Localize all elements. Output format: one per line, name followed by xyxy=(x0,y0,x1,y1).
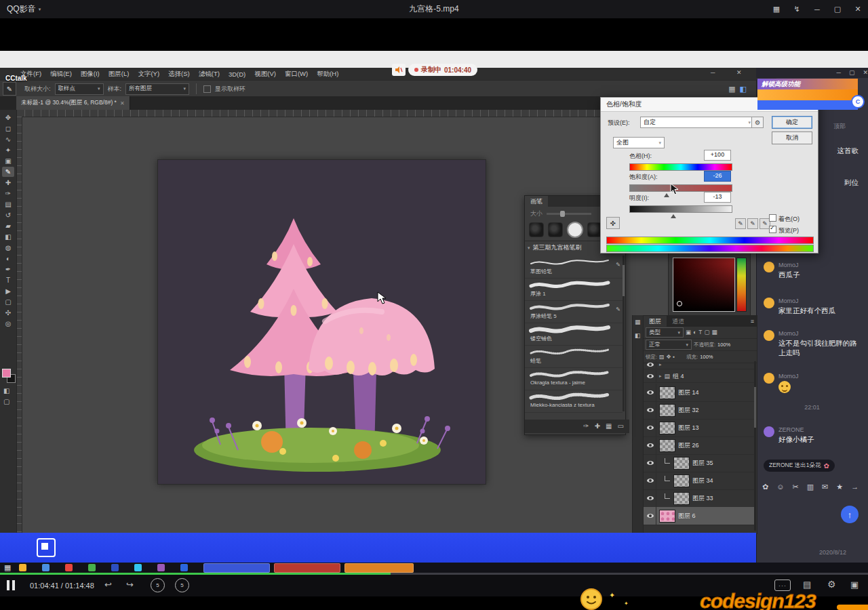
taskbar-app-icon[interactable] xyxy=(88,564,96,571)
filter-type-dropdown[interactable]: 类型▾ xyxy=(646,327,684,338)
next-button[interactable]: ↪ xyxy=(126,580,134,590)
visibility-toggle[interactable] xyxy=(645,384,656,401)
layer-row-selected[interactable]: 图层 6 xyxy=(644,507,755,525)
fill-value[interactable]: 100% xyxy=(700,354,713,360)
brush-item[interactable]: 厚涂蜡笔 5 ✎ xyxy=(525,300,623,323)
taskbar-app-icon[interactable] xyxy=(134,564,142,571)
layer-thumbnail[interactable] xyxy=(659,510,675,523)
minimize-icon[interactable]: ─ xyxy=(837,70,841,76)
quick-mask-icon[interactable]: ◧ xyxy=(3,388,9,394)
dock-panel-icon[interactable]: ◧ xyxy=(635,333,641,339)
brush-item[interactable]: 镂空铺色 xyxy=(525,323,623,346)
saturation-value[interactable]: -26 xyxy=(704,171,731,182)
brush-item[interactable]: Miekko-kanciasta z textura xyxy=(525,390,623,413)
layer-thumbnail[interactable] xyxy=(659,386,675,399)
blend-mode-dropdown[interactable]: 正常▾ xyxy=(646,340,692,350)
layer-row[interactable]: 图层 13 xyxy=(644,419,755,437)
shape-tool[interactable]: ▢ xyxy=(2,297,14,307)
tab-channels[interactable]: 通道 xyxy=(667,316,690,327)
taskbar-app-icon[interactable] xyxy=(42,564,50,571)
visibility-toggle[interactable] xyxy=(645,454,656,472)
menu-help[interactable]: 帮助(H) xyxy=(317,70,338,79)
menu-type[interactable]: 文字(Y) xyxy=(138,70,159,79)
saturation-slider-marker[interactable] xyxy=(664,190,669,197)
pen-tool[interactable]: ✒ xyxy=(2,264,14,274)
avatar[interactable] xyxy=(764,262,774,272)
checkbox-icon[interactable] xyxy=(769,214,776,222)
layer-row[interactable]: 图层 32 xyxy=(644,401,755,420)
banner-blue-button[interactable] xyxy=(757,100,858,110)
screen-mode-icon[interactable]: ▢ xyxy=(3,399,9,405)
flower-icon[interactable]: ✿ xyxy=(762,483,768,491)
filter-adjustment-icon[interactable]: ◐ xyxy=(693,329,696,336)
menu-3d[interactable]: 3D(D) xyxy=(229,70,245,78)
lightness-slider[interactable] xyxy=(629,205,732,213)
menu-image[interactable]: 图像(I) xyxy=(81,70,100,79)
workspace-switch-icon[interactable]: ◧ xyxy=(740,85,747,93)
menu-layer[interactable]: 图层(L) xyxy=(108,70,130,79)
visibility-toggle[interactable] xyxy=(645,419,656,436)
layer-thumbnail[interactable] xyxy=(673,474,690,487)
playlist-icon[interactable]: ▤ xyxy=(803,580,811,590)
forward-5-button[interactable]: 5 xyxy=(175,578,189,592)
lightness-slider-marker[interactable] xyxy=(671,211,676,218)
edit-brush-icon[interactable]: ✎ xyxy=(616,262,620,268)
dock-panel-icon[interactable]: ▦ xyxy=(635,319,641,325)
lock-transparency-icon[interactable]: ▨ xyxy=(659,354,665,360)
scrollbar-thumb[interactable] xyxy=(623,265,625,296)
visibility-toggle[interactable] xyxy=(645,489,656,507)
brush-tip-icon[interactable] xyxy=(529,222,544,237)
layer-thumbnail[interactable] xyxy=(659,422,675,434)
taskbar-window-button[interactable] xyxy=(274,563,340,573)
taskbar-app-icon[interactable] xyxy=(180,564,188,571)
layer-thumbnail[interactable] xyxy=(659,439,675,452)
ps-minimize-icon[interactable]: ─ xyxy=(711,70,715,76)
hue-value[interactable]: +100 xyxy=(704,150,731,161)
visibility-toggle[interactable] xyxy=(645,436,656,454)
delete-brush-icon[interactable]: ▭ xyxy=(618,423,624,430)
layer-row-partial[interactable]: ▸ xyxy=(644,361,755,369)
checkbox-checked-icon[interactable] xyxy=(769,226,776,233)
preset-options-gear-icon[interactable]: ⚙ xyxy=(751,117,764,128)
scissors-icon[interactable]: ✂ xyxy=(792,483,798,491)
colorize-checkbox[interactable]: 着色(O) xyxy=(769,214,800,224)
dodge-tool[interactable]: ◐ xyxy=(2,253,14,264)
fullscreen-icon[interactable]: ▣ xyxy=(850,580,859,590)
sample-dropdown[interactable]: 所有图层▾ xyxy=(125,83,189,95)
menu-filter[interactable]: 滤镜(T) xyxy=(199,70,220,79)
taskbar-app-icon[interactable] xyxy=(157,564,165,571)
taskbar-app-icon[interactable] xyxy=(111,564,119,571)
prev-button[interactable]: ↩ xyxy=(104,580,112,590)
brush-tool[interactable]: ✑ xyxy=(2,188,14,199)
eyedropper-plus-icon[interactable]: ✎ xyxy=(747,218,758,229)
lasso-tool[interactable]: ∿ xyxy=(2,134,14,144)
edit-brush-icon[interactable]: ✎ xyxy=(616,307,620,312)
type-tool[interactable]: T xyxy=(2,275,14,285)
menu-view[interactable]: 视图(V) xyxy=(254,70,276,79)
move-tool[interactable]: ✥ xyxy=(2,113,14,123)
brush-panel-tab[interactable]: 画笔 xyxy=(525,196,548,207)
visibility-toggle[interactable] xyxy=(645,361,656,369)
sample-size-dropdown[interactable]: 取样点▾ xyxy=(55,83,104,95)
marquee-tool[interactable]: ◻ xyxy=(2,123,14,134)
premium-banner[interactable]: 解锁高级功能 C xyxy=(757,79,858,110)
path-select-tool[interactable]: ▶ xyxy=(2,286,14,296)
layer-row[interactable]: 图层 14 xyxy=(644,384,755,402)
scroll-to-latest-button[interactable]: ↑ xyxy=(841,506,859,523)
layer-thumbnail[interactable] xyxy=(673,457,690,470)
avatar[interactable] xyxy=(764,298,774,308)
rewind-5-button[interactable]: 5 xyxy=(151,578,165,592)
healing-brush-tool[interactable]: ✚ xyxy=(2,178,14,188)
brush-scrollbar[interactable] xyxy=(623,256,625,411)
new-brush-icon[interactable]: ✚ xyxy=(595,423,600,430)
back-to-top-label[interactable]: 顶部 xyxy=(818,122,861,131)
filter-type-icon[interactable]: T xyxy=(698,329,702,336)
layer-row-clipped[interactable]: 图层 34 xyxy=(644,472,755,490)
channel-dropdown[interactable]: 全图▾ xyxy=(613,137,665,148)
layer-thumbnail[interactable] xyxy=(673,492,690,505)
crop-tool[interactable]: ▣ xyxy=(2,156,14,166)
pause-button[interactable] xyxy=(7,580,15,590)
workspace-grid-icon[interactable]: ▦ xyxy=(728,85,735,93)
eyedropper-icon[interactable]: ✎ xyxy=(735,218,746,229)
active-tool-icon[interactable]: ✎ xyxy=(3,82,16,96)
